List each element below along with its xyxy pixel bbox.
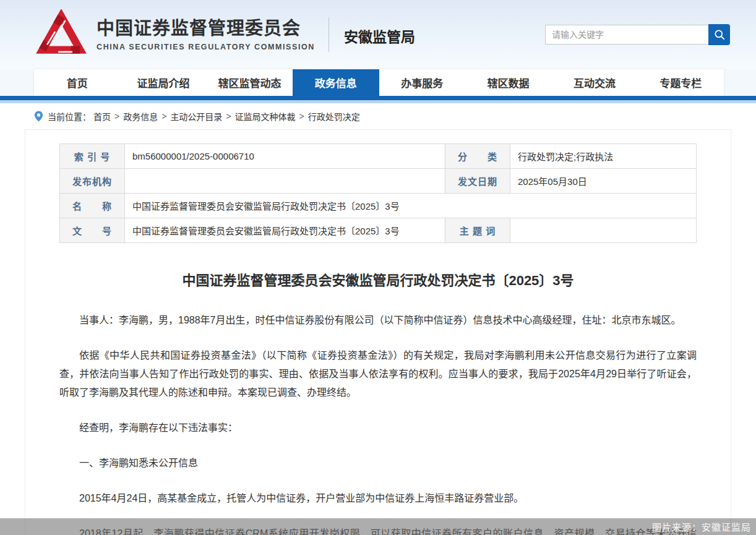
document-name-value: 中国证券监督管理委员会安徽监管局行政处罚决定书〔2025〕3号 xyxy=(125,194,697,218)
nav-underline-bar xyxy=(0,96,756,100)
breadcrumb-home[interactable]: 首页 xyxy=(93,110,111,122)
paragraph-section-one-heading: 一、李海鹏知悉未公开信息 xyxy=(59,454,697,473)
bureau-name: 安徽监管局 xyxy=(344,25,415,46)
nav-item-bureau-intro[interactable]: 证监局介绍 xyxy=(120,69,206,96)
document-name-label: 名 称 xyxy=(60,194,125,218)
table-row: 发布机构 发文日期 2025年05月30日 xyxy=(60,169,697,194)
image-credit-overlay: 图片来源：安徽证监局 xyxy=(0,518,756,535)
issue-date-value: 2025年05月30日 xyxy=(510,169,697,194)
document-meta-table: 索 引 号 bm56000001/2025-00006710 分 类 行政处罚决… xyxy=(59,143,697,243)
breadcrumb-separator: > xyxy=(161,111,166,121)
breadcrumb-separator: > xyxy=(226,111,231,121)
breadcrumb-government-info[interactable]: 政务信息 xyxy=(123,110,158,122)
nav-item-government-info[interactable]: 政务信息 xyxy=(293,69,379,96)
nav-item-regional-data[interactable]: 辖区数据 xyxy=(465,69,551,96)
nav-item-special-topics[interactable]: 专题专栏 xyxy=(638,69,724,96)
keywords-value xyxy=(510,218,697,243)
document-body: 当事人：李海鹏，男，1988年7月出生，时任中信证券股份有限公司（以下简称中信证… xyxy=(59,311,697,535)
nav-item-regional-dynamics[interactable]: 辖区监管动态 xyxy=(207,69,293,96)
main-nav: 首页 证监局介绍 辖区监管动态 政务信息 办事服务 辖区数据 互动交流 专题专栏 xyxy=(34,69,724,96)
category-label: 分 类 xyxy=(445,144,510,169)
nav-item-interaction[interactable]: 互动交流 xyxy=(551,69,637,96)
table-row: 索 引 号 bm56000001/2025-00006710 分 类 行政处罚决… xyxy=(60,144,697,169)
table-row: 文 号 中国证券监督管理委员会安徽监管局行政处罚决定书〔2025〕3号 主 题 … xyxy=(60,218,697,243)
document-number-value: 中国证券监督管理委员会安徽监管局行政处罚决定书〔2025〕3号 xyxy=(125,218,445,243)
breadcrumb-open-directory[interactable]: 主动公开目录 xyxy=(170,110,222,122)
index-number-value: bm56000001/2025-00006710 xyxy=(125,144,445,169)
csrc-logo-icon[interactable] xyxy=(36,9,87,60)
search-icon xyxy=(713,28,726,41)
issuing-agency-label: 发布机构 xyxy=(60,169,125,194)
breadcrumb-prefix: 当前位置： xyxy=(48,110,91,122)
content-panel: 索 引 号 bm56000001/2025-00006710 分 类 行政处罚决… xyxy=(25,129,731,535)
category-value: 行政处罚决定;行政执法 xyxy=(510,144,697,169)
index-number-label: 索 引 号 xyxy=(60,144,125,169)
breadcrumb-separator: > xyxy=(114,111,119,121)
nav-row: 首页 证监局介绍 辖区监管动态 政务信息 办事服务 辖区数据 互动交流 专题专栏 xyxy=(0,69,756,96)
keywords-label: 主 题 词 xyxy=(445,218,510,243)
issuing-agency-value xyxy=(125,169,445,194)
breadcrumb: 当前位置： 首页 > 政务信息 > 主动公开目录 > 证监局文种体裁 > 行政处… xyxy=(0,103,756,129)
org-title-block: 中国证券监督管理委员会 CHINA SECURITIES REGULATORY … xyxy=(97,18,315,51)
issue-date-label: 发文日期 xyxy=(445,169,510,194)
site-header: 中国证券监督管理委员会 CHINA SECURITIES REGULATORY … xyxy=(0,0,756,69)
location-pin-icon xyxy=(34,111,43,122)
nav-item-services[interactable]: 办事服务 xyxy=(379,69,465,96)
search-input[interactable] xyxy=(545,25,708,45)
paragraph-legal-basis: 依据《中华人民共和国证券投资基金法》（以下简称《证券投资基金法》）的有关规定，我… xyxy=(59,346,697,402)
paragraph-fund-establishment: 2015年4月24日，高某基金成立，托管人为中信证券，开户营业部为中信证券上海恒… xyxy=(59,489,697,508)
document-title: 中国证券监督管理委员会安徽监管局行政处罚决定书〔2025〕3号 xyxy=(59,272,697,290)
document-number-label: 文 号 xyxy=(60,218,125,243)
image-credit-text: 图片来源：安徽证监局 xyxy=(652,520,751,533)
search-button[interactable] xyxy=(708,24,730,45)
breadcrumb-penalty-decision[interactable]: 行政处罚决定 xyxy=(308,110,360,122)
search-bar xyxy=(545,24,730,45)
breadcrumb-document-genre[interactable]: 证监局文种体裁 xyxy=(235,110,296,122)
breadcrumb-separator: > xyxy=(299,111,304,121)
paragraph-findings-intro: 经查明，李海鹏存在以下违法事实： xyxy=(59,419,697,437)
header-divider xyxy=(329,17,329,52)
paragraph-party-info: 当事人：李海鹏，男，1988年7月出生，时任中信证券股份有限公司（以下简称中信证… xyxy=(59,311,697,330)
nav-item-home[interactable]: 首页 xyxy=(34,69,120,96)
org-name: 中国证券监督管理委员会 xyxy=(97,18,315,39)
table-row: 名 称 中国证券监督管理委员会安徽监管局行政处罚决定书〔2025〕3号 xyxy=(60,194,697,218)
org-name-english: CHINA SECURITIES REGULATORY COMMISSION xyxy=(97,43,315,51)
